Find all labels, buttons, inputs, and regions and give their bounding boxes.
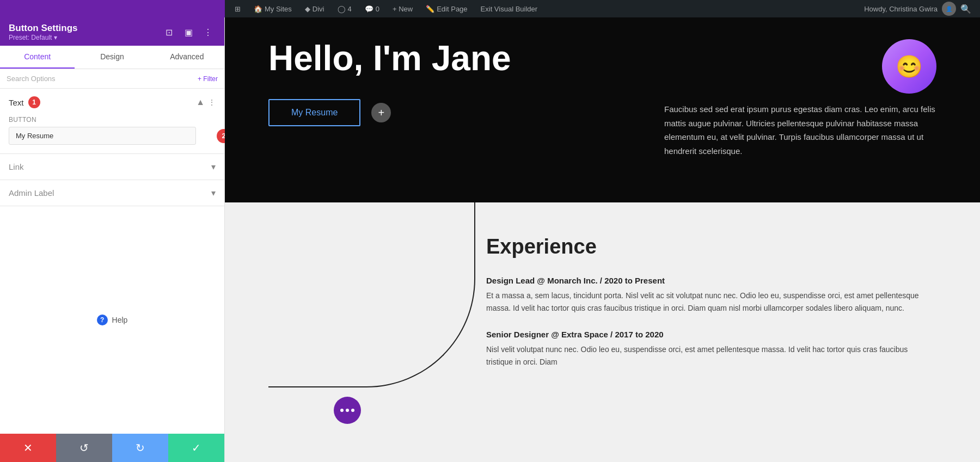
bubble-icon: 💬 <box>365 5 373 13</box>
search-input[interactable] <box>7 72 198 85</box>
floating-menu-button[interactable] <box>334 397 361 424</box>
text-section: Text 1 ▲ ⋮ Button 2 <box>0 89 224 154</box>
hero-title: Hello, I'm Jane <box>268 39 621 77</box>
panel-title: Button Settings <box>9 23 78 34</box>
text-more-icon[interactable]: ⋮ <box>208 98 216 107</box>
admin-label-section: Admin Label ▾ <box>0 180 224 206</box>
avatar[interactable]: 👤 <box>942 2 956 16</box>
home-icon: 🏠 <box>254 5 262 13</box>
experience-section: Experience Design Lead @ Monarch Inc. / … <box>225 202 980 462</box>
undo-button[interactable]: ↺ <box>56 434 112 462</box>
comments-link[interactable]: ◯ 4 <box>332 0 357 17</box>
exp-entry-2-desc: Nisl velit volutpat nunc nec. Odio leo e… <box>486 343 936 368</box>
hero-description: Faucibus sed sed erat ipsum purus egesta… <box>664 102 936 158</box>
tab-design[interactable]: Design <box>75 46 149 69</box>
dot-3 <box>351 409 354 412</box>
avatar: 😊 <box>882 39 936 94</box>
text-section-header[interactable]: Text 1 ▲ ⋮ <box>0 89 224 116</box>
cancel-button[interactable]: ✕ <box>0 434 56 462</box>
edit-page-link[interactable]: ✏️ Edit Page <box>420 0 473 17</box>
experience-entry-2: Senior Designer @ Extra Space / 2017 to … <box>486 330 936 368</box>
search-icon[interactable]: 🔍 <box>960 4 971 14</box>
panel-header: Button Settings Preset: Default ▾ ⊡ ▣ ⋮ <box>0 17 224 46</box>
pencil-icon: ✏️ <box>426 5 434 13</box>
link-expand-icon[interactable]: ▾ <box>211 162 216 172</box>
add-element-button[interactable]: + <box>371 103 391 122</box>
search-bar: + Filter <box>0 69 224 89</box>
tab-content[interactable]: Content <box>0 46 75 69</box>
hero-left: Hello, I'm Jane My Resume + <box>268 39 621 126</box>
text-section-content: Button 2 <box>0 116 224 153</box>
save-button[interactable]: ✓ <box>168 434 224 462</box>
panel-tabs: Content Design Advanced <box>0 46 224 69</box>
panel-fullscreen-icon[interactable]: ⊡ <box>161 24 176 40</box>
wordpress-icon: ⊞ <box>235 5 241 13</box>
link-section-header[interactable]: Link ▾ <box>0 154 224 180</box>
decorative-shape <box>268 202 475 387</box>
tab-advanced[interactable]: Advanced <box>150 46 224 69</box>
help-link[interactable]: Help <box>112 316 128 324</box>
button-text-input[interactable] <box>9 127 196 145</box>
circle-icon: ◯ <box>338 5 346 13</box>
panel-preset[interactable]: Preset: Default ▾ <box>9 34 78 41</box>
wp-icon[interactable]: ⊞ <box>229 0 246 17</box>
my-sites-link[interactable]: 🏠 My Sites <box>248 0 297 17</box>
panel-more-icon[interactable]: ⋮ <box>200 24 216 40</box>
dot-2 <box>346 409 349 412</box>
new-link[interactable]: + New <box>387 0 418 17</box>
page-canvas: Hello, I'm Jane My Resume + 😊 Faucibus s… <box>225 17 980 462</box>
experience-title: Experience <box>486 235 936 258</box>
divi-icon: ◆ <box>305 5 310 13</box>
redo-button[interactable]: ↻ <box>112 434 168 462</box>
help-section: ? Help <box>0 206 224 434</box>
messages-link[interactable]: 💬 0 <box>359 0 385 17</box>
hero-right: 😊 Faucibus sed sed erat ipsum purus eges… <box>664 39 936 158</box>
filter-button[interactable]: + Filter <box>198 75 218 83</box>
text-collapse-icon[interactable]: ▲ <box>196 97 205 107</box>
text-badge: 1 <box>28 96 40 108</box>
exp-entry-1-title: Design Lead @ Monarch Inc. / 2020 to Pre… <box>486 276 936 285</box>
bottom-toolbar: ✕ ↺ ↻ ✓ <box>0 434 224 462</box>
exit-builder-link[interactable]: Exit Visual Builder <box>475 0 543 17</box>
admin-label-header[interactable]: Admin Label ▾ <box>0 180 224 206</box>
resume-button[interactable]: My Resume <box>268 99 360 126</box>
exp-entry-2-title: Senior Designer @ Extra Space / 2017 to … <box>486 330 936 339</box>
divi-link[interactable]: ◆ Divi <box>299 0 330 17</box>
exp-entry-1-desc: Et a massa a, sem lacus, tincidunt porta… <box>486 289 936 315</box>
panel-layout-icon[interactable]: ▣ <box>181 24 196 40</box>
left-panel: Button Settings Preset: Default ▾ ⊡ ▣ ⋮ … <box>0 17 225 462</box>
hero-section: Hello, I'm Jane My Resume + 😊 Faucibus s… <box>225 17 980 202</box>
link-section: Link ▾ <box>0 154 224 180</box>
experience-entry-1: Design Lead @ Monarch Inc. / 2020 to Pre… <box>486 276 936 315</box>
button-field-label: Button <box>9 116 216 124</box>
admin-user: Howdy, Christina Gwira 👤 🔍 <box>864 2 976 16</box>
help-icon: ? <box>97 315 108 325</box>
dot-1 <box>340 409 344 412</box>
admin-label-expand-icon[interactable]: ▾ <box>211 188 216 198</box>
